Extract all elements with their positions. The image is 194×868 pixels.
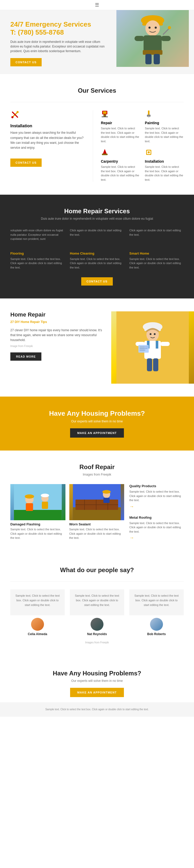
svg-point-45 (154, 333, 156, 335)
hero-title: 24/7 Emergency Services T: (780) 555-876… (10, 21, 106, 36)
svg-rect-24 (102, 154, 108, 155)
repair-image (111, 311, 194, 384)
home-repair-services-items: Flooring Sample text. Click to select th… (10, 249, 184, 272)
services-grid: Installation Have you been always search… (10, 110, 184, 182)
testimonial-person-1: Celia Almeda (10, 618, 65, 636)
flooring-desc: Sample text. Click to select the text bo… (10, 257, 65, 270)
hamburger-icon[interactable]: ☰ (95, 2, 99, 8)
svg-marker-25 (103, 149, 107, 154)
metal-roofing-title: Metal Roofing (129, 516, 184, 520)
housing-banner-2: Have Any Housing Problems? Our experts w… (0, 657, 194, 702)
home-repair-contact-button[interactable]: CONTACT US (81, 277, 113, 285)
roof-repair-subtitle: Images from Freepik (10, 473, 184, 476)
quality-products-item: Quality Products Sample text. Click to s… (129, 484, 184, 509)
person-name-2: Nat Reynolds (70, 632, 124, 636)
testimonials-section: What do our people say? Sample text. Cli… (0, 554, 194, 657)
make-appointment-button-1[interactable]: MAKE AN APPOINTMENT (70, 428, 124, 438)
repair-svg (101, 110, 109, 118)
installation2-desc: Sample text. Click to select the text bo… (145, 165, 184, 182)
home-cleaning-title: Home Cleaning (70, 251, 124, 255)
repair-title: Home Repair (10, 311, 104, 318)
damaged-flashing-col: Damaged Flashing Sample text. Click to s… (10, 484, 65, 540)
worn-sealant-caption: Worn Sealant (69, 522, 124, 526)
home-cleaning-item: Home Cleaning Sample text. Click to sele… (70, 249, 124, 272)
flooring-item: Flooring Sample text. Click to select th… (10, 249, 65, 272)
svg-rect-47 (14, 510, 62, 520)
testimonial-1: Sample text. Click to select the text bo… (10, 589, 65, 636)
installation-desc: Have you been always searching for the t… (10, 130, 85, 150)
testimonial-2: Sample text. Click to select the text bo… (70, 589, 124, 636)
home-repair-text1: voluptate with esse cillum dolore eu fug… (10, 228, 65, 241)
installation2-svg (145, 149, 153, 156)
painting-svg (145, 110, 153, 118)
smart-home-title: Smart Home (129, 251, 184, 255)
installation-service: Installation Have you been always search… (10, 110, 85, 167)
footer-text: Sample text. Click to select the text bo… (10, 707, 184, 712)
svg-rect-19 (104, 114, 106, 117)
worn-sealant-desc: Sample text. Click to select the text bo… (69, 527, 124, 540)
svg-rect-49 (26, 503, 33, 511)
carpentry-icon (101, 149, 140, 157)
svg-point-9 (148, 27, 150, 29)
svg-rect-22 (147, 115, 150, 117)
quality-products-title: Quality Products (129, 484, 184, 488)
svg-point-52 (25, 494, 34, 499)
svg-point-53 (41, 494, 49, 497)
services-contact-button[interactable]: CONTACT US (10, 158, 41, 167)
worker-illustration (127, 10, 178, 67)
carpentry-title: Carpentry (101, 159, 140, 163)
installation2-icon (145, 149, 184, 157)
metal-roofing-desc: Sample text. Click to select the text bo… (129, 521, 184, 534)
repair-title: Repair (101, 121, 140, 125)
testimonial-3: Sample text. Click to select the text bo… (129, 589, 184, 636)
hero-contact-button[interactable]: CONTACT US (10, 58, 41, 66)
avatar-1 (31, 618, 44, 631)
services-title: Our Services (10, 87, 184, 94)
housing-banner1-subtitle: Our experts will solve them in no time (10, 420, 184, 423)
svg-point-44 (150, 333, 151, 335)
our-services-section: Our Services Installation Have you been … (0, 74, 194, 195)
repair-desc: Sample text. Click to select the text bo… (101, 126, 140, 143)
svg-rect-51 (42, 502, 48, 509)
testimonial-text-2: Sample text. Click to select the text bo… (74, 594, 120, 607)
quality-products-desc: Sample text. Click to select the text bo… (129, 490, 184, 502)
svg-rect-21 (148, 111, 149, 115)
svg-rect-6 (143, 50, 162, 55)
hero-phone: T: (780) 555-8768 (10, 28, 106, 36)
read-more-button[interactable]: READ MORE (10, 352, 41, 361)
testimonial-person-3: Bob Roberts (129, 618, 184, 636)
repair-subtitle: 27 DIY Home Repair Tips (10, 320, 104, 324)
roof-text-items: Quality Products Sample text. Click to s… (129, 484, 184, 540)
home-repair-col2: Click again or double click to start edi… (70, 228, 124, 244)
svg-rect-62 (103, 498, 109, 503)
svg-point-28 (148, 151, 150, 153)
svg-point-10 (155, 27, 157, 29)
metal-roofing-item: Metal Roofing Sample text. Click to sele… (129, 516, 184, 541)
hero-title-line1: 24/7 Emergency Services (10, 21, 106, 28)
svg-rect-7 (145, 54, 151, 64)
testimonials-grid: Sample text. Click to select the text bo… (10, 589, 184, 636)
carpentry-service: Carpentry Sample text. Click to select t… (101, 149, 140, 182)
testimonials-image-credit: Images from Freepik (10, 641, 184, 644)
person-name-3: Bob Roberts (129, 632, 184, 636)
avatar-3 (150, 618, 163, 631)
testimonial-box-3: Sample text. Click to select the text bo… (129, 589, 184, 615)
repair-icon (101, 110, 140, 119)
damaged-flashing-desc: Sample text. Click to select the text bo… (10, 527, 65, 540)
housing-banner-1: Have Any Housing Problems? Our experts w… (0, 397, 194, 451)
repair-image-credit: Image from Freepik (10, 344, 104, 348)
svg-rect-43 (153, 359, 158, 371)
roof-repair-section: Roof Repair Images from Freepik (0, 451, 194, 554)
make-appointment-button-2[interactable]: MAKE AN APPOINTMENT (70, 688, 124, 697)
painting-desc: Sample text. Click to select the text bo… (145, 126, 184, 143)
damaged-flashing-image (10, 484, 65, 520)
svg-point-12 (168, 26, 171, 29)
installation-title: Installation (10, 124, 85, 128)
repair-text: Home Repair 27 DIY Home Repair Tips 27 c… (10, 311, 104, 384)
svg-point-63 (102, 490, 110, 494)
svg-point-2 (145, 21, 160, 36)
repair-worker-illustration (116, 311, 189, 384)
testimonial-person-2: Nat Reynolds (70, 618, 124, 636)
svg-point-16 (17, 111, 19, 113)
home-cleaning-desc: Sample text. Click to select the text bo… (70, 257, 124, 270)
